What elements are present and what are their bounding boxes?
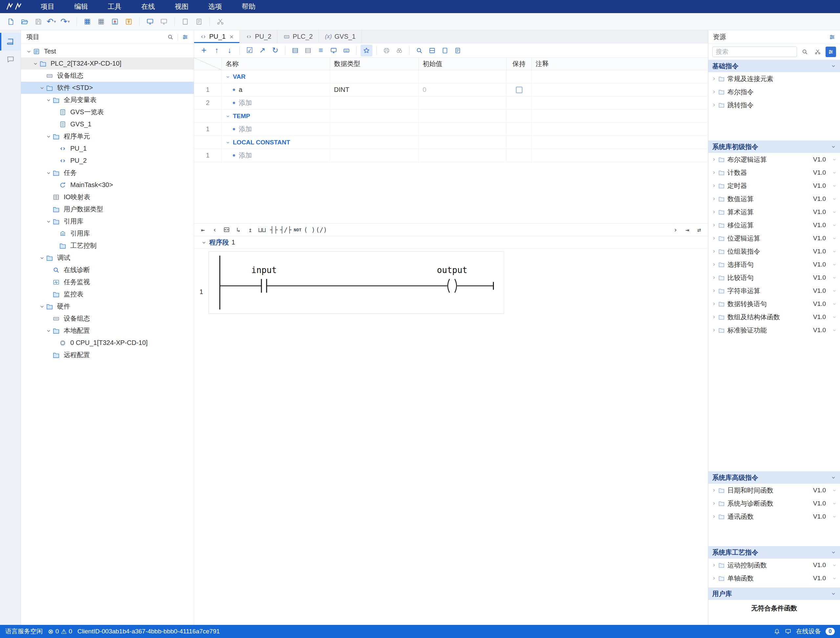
chevron-down-icon[interactable] — [45, 134, 52, 139]
chevron-right-icon[interactable] — [712, 275, 718, 280]
chevron-right-icon[interactable] — [712, 171, 718, 175]
chevron-right-icon[interactable] — [712, 501, 718, 506]
chevron-right-icon[interactable] — [712, 210, 718, 214]
chevron-right-icon[interactable] — [712, 236, 718, 240]
offline-button[interactable] — [158, 16, 170, 28]
resource-item[interactable]: 数据转换语句 V1.0 — [708, 297, 840, 311]
tree-item-program-units[interactable]: 程序单元 — [21, 130, 194, 142]
resource-item[interactable]: 移位运算 V1.0 — [708, 219, 840, 232]
chevron-down-icon[interactable] — [831, 591, 836, 596]
resource-item[interactable]: 单轴函数 V1.0 — [708, 572, 840, 585]
upload-from-plc-button[interactable] — [122, 16, 135, 28]
chevron-down-icon[interactable] — [38, 85, 46, 91]
chevron-right-icon[interactable] — [712, 157, 718, 162]
chevron-down-icon[interactable] — [832, 262, 837, 267]
resource-item[interactable]: 布尔指令 — [708, 85, 840, 98]
goto-prev-button[interactable]: ‹ — [209, 224, 220, 235]
resource-item[interactable]: 常规及连接元素 — [708, 72, 840, 85]
rail-project-button[interactable] — [0, 33, 21, 51]
new-file-button[interactable] — [5, 16, 17, 28]
outline-view-button[interactable] — [452, 45, 464, 57]
resource-item[interactable]: 位逻辑运算 V1.0 — [708, 232, 840, 245]
tree-item-hw-device-config[interactable]: 设备组态 — [21, 313, 194, 325]
resource-item[interactable]: 标准验证功能 V1.0 — [708, 324, 840, 337]
chevron-down-icon[interactable] — [832, 249, 837, 254]
tree-item-maintask[interactable]: MainTask<30> — [21, 179, 194, 191]
group-row-local-constant[interactable]: LOCAL CONSTANT — [194, 136, 708, 149]
chevron-down-icon[interactable] — [201, 240, 207, 245]
chevron-down-icon[interactable] — [832, 210, 837, 214]
column-retain[interactable]: 保持 — [507, 58, 532, 70]
add-row-label[interactable]: 添加 — [239, 151, 252, 160]
tree-item-gvs-list[interactable]: GVS一览表 — [21, 106, 194, 118]
chevron-down-icon[interactable] — [832, 289, 837, 293]
chevron-down-icon[interactable] — [832, 488, 837, 493]
tree-item-plc2[interactable]: PLC_2[T324-XP-CD-10] — [21, 57, 194, 69]
chevron-down-icon[interactable] — [32, 61, 40, 66]
chevron-down-icon[interactable] — [832, 302, 837, 306]
network-header[interactable]: 程序段 1 — [194, 236, 708, 249]
column-datatype[interactable]: 数据类型 — [330, 58, 419, 70]
chevron-down-icon[interactable] — [832, 514, 837, 519]
section-header-system-basic[interactable]: 系统库初级指令 — [708, 141, 840, 153]
add-variable-row[interactable]: 1 添加 — [194, 149, 708, 162]
chevron-right-icon[interactable] — [712, 197, 718, 201]
chevron-down-icon[interactable] — [832, 183, 837, 188]
clear-filter-button[interactable] — [813, 47, 823, 57]
chevron-right-icon[interactable] — [712, 90, 718, 94]
chevron-down-icon[interactable] — [226, 140, 230, 145]
resource-item[interactable]: 数组及结构体函数 V1.0 — [708, 311, 840, 324]
tab-pu1[interactable]: PU_1 × — [194, 30, 240, 43]
chevron-down-icon[interactable] — [38, 255, 46, 261]
goto-next-button[interactable]: › — [670, 224, 681, 235]
tab-close-icon[interactable]: × — [229, 33, 234, 41]
menu-item[interactable]: 编辑 — [64, 0, 98, 13]
chevron-right-icon[interactable] — [712, 76, 718, 81]
chevron-down-icon[interactable] — [45, 328, 52, 333]
project-filter-button[interactable] — [182, 34, 188, 40]
chevron-down-icon[interactable] — [45, 98, 52, 103]
tab-pu2[interactable]: PU_2 — [240, 30, 277, 43]
tree-item-online-diagnosis[interactable]: 在线诊断 — [21, 264, 194, 276]
online-device-count-badge[interactable]: 0 — [826, 628, 835, 635]
chevron-right-icon[interactable] — [712, 223, 718, 227]
rail-messages-button[interactable] — [0, 51, 21, 68]
tree-item-global-vars[interactable]: 全局变量表 — [21, 94, 194, 106]
chevron-down-icon[interactable] — [832, 501, 837, 506]
keyboard-view-button[interactable] — [340, 45, 352, 57]
ladder-coil[interactable]: output — [437, 265, 467, 292]
add-row-label[interactable]: 添加 — [239, 125, 252, 134]
move-up-button[interactable]: ↑ — [211, 45, 223, 57]
resource-settings-button[interactable] — [829, 34, 835, 40]
search-icon-button[interactable] — [800, 47, 810, 57]
download-to-plc-button[interactable] — [109, 16, 121, 28]
variable-name[interactable]: a — [239, 86, 242, 93]
chevron-down-icon[interactable] — [226, 74, 230, 79]
section-header-system-advanced[interactable]: 系统库高级指令 — [708, 471, 840, 484]
insert-rung-button[interactable]: ⊔⊔ — [256, 224, 267, 235]
coil-negated-button[interactable]: (/) — [316, 224, 327, 235]
chevron-down-icon[interactable] — [832, 157, 837, 162]
toggle-layout-button[interactable]: ⇄ — [694, 224, 705, 235]
undo-button[interactable]: ↶▾ — [46, 16, 59, 28]
tree-item-reference-lib[interactable]: 引用库 — [21, 227, 194, 240]
resource-item[interactable]: 比较语句 V1.0 — [708, 271, 840, 284]
resource-item[interactable]: 运动控制函数 V1.0 — [708, 559, 840, 572]
add-variable-row[interactable]: 2 添加 — [194, 96, 708, 110]
column-initial-value[interactable]: 初始值 — [419, 58, 507, 70]
group-row-temp[interactable]: TEMP — [194, 110, 708, 123]
align-button[interactable]: ≡ — [315, 45, 327, 57]
chevron-right-icon[interactable] — [712, 103, 718, 107]
resource-item[interactable]: 选择语句 V1.0 — [708, 258, 840, 271]
insert-branch-button[interactable]: ↳ — [233, 224, 244, 235]
contact-not-button[interactable]: NOT — [292, 224, 303, 235]
resource-item[interactable]: 日期和时间函数 V1.0 — [708, 484, 840, 497]
goto-last-button[interactable]: ⇥ — [682, 224, 693, 235]
chevron-right-icon[interactable] — [712, 563, 718, 567]
resource-item[interactable]: 跳转指令 — [708, 98, 840, 112]
resource-item[interactable]: 布尔逻辑运算 V1.0 — [708, 153, 840, 166]
refresh-button[interactable]: ↻ — [269, 45, 281, 57]
find-references-button[interactable] — [393, 45, 405, 57]
zoom-search-button[interactable] — [413, 45, 425, 57]
menu-item[interactable]: 工具 — [98, 0, 131, 13]
